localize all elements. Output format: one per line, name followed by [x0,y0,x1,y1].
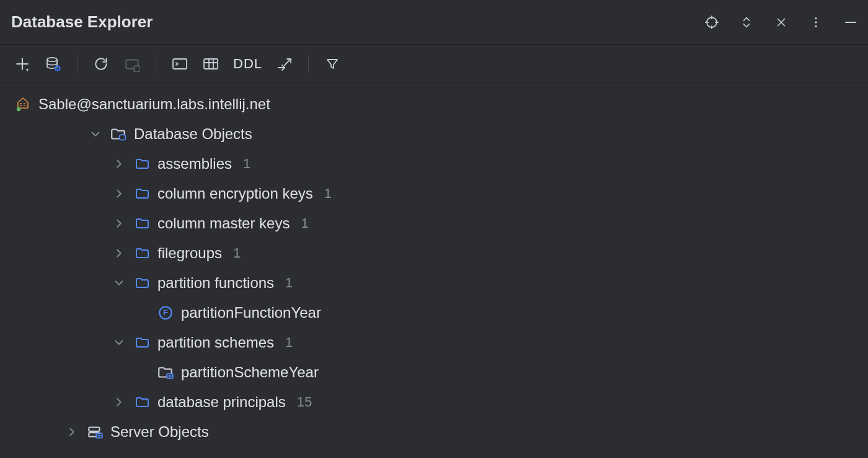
node-count: 1 [285,336,293,349]
node-label: filegroups [157,246,222,261]
chevron-right-icon [112,217,126,230]
node-label: Database Objects [134,127,252,141]
add-button[interactable] [10,52,35,76]
datasource-label: Sable@sanctuarium.labs.intellij.net [38,97,270,112]
svg-point-13 [57,68,58,69]
filegroups-node[interactable]: filegroups 1 [0,238,868,268]
toolbar-separator [156,55,156,73]
node-label: assemblies [157,156,232,171]
node-label: partitionFunctionYear [181,305,321,320]
close-icon[interactable] [773,14,790,31]
expand-collapse-icon[interactable] [738,14,755,31]
node-label: partitionSchemeYear [181,365,319,380]
datasource-node[interactable]: Sable@sanctuarium.labs.intellij.net [0,89,868,119]
chevron-down-icon [88,127,103,141]
node-count: 1 [285,276,293,290]
node-label: column master keys [157,216,290,231]
node-label: partition schemes [157,335,274,350]
folder-icon [133,156,151,171]
partition-function-year-node[interactable]: partitionFunctionYear [0,298,868,328]
table-button[interactable] [198,52,223,76]
datasource-icon [14,96,32,112]
chevron-down-icon [112,336,126,349]
chevron-right-icon [64,425,79,439]
node-count: 1 [243,157,250,171]
node-label: column encryption keys [157,186,313,201]
filter-button[interactable] [320,52,345,76]
minimize-icon[interactable] [842,14,859,31]
target-icon[interactable] [703,14,720,31]
node-label: Server Objects [110,424,209,439]
folder-database-icon [109,126,128,142]
node-label: partition functions [157,276,274,290]
console-button[interactable] [167,52,192,76]
node-label: database principals [157,395,286,410]
database-principals-node[interactable]: database principals 15 [0,387,868,417]
partition-functions-node[interactable]: partition functions 1 [0,268,868,298]
panel-title: Database Explorer [11,12,153,32]
node-count: 1 [233,246,241,260]
svg-point-11 [47,57,57,61]
jump-to-source-button[interactable] [272,52,297,76]
toolbar-separator [77,55,78,73]
node-count: 1 [301,217,308,230]
more-icon[interactable] [807,14,825,31]
folder-icon [133,216,151,231]
chevron-right-icon [112,187,126,200]
partition-schemes-node[interactable]: partition schemes 1 [0,328,868,357]
server-icon [86,424,104,440]
partition-scheme-year-node[interactable]: partitionSchemeYear [0,357,868,387]
refresh-button[interactable] [89,52,113,76]
folder-icon [133,276,151,290]
folder-scheme-icon [156,364,175,380]
toolbar: DDL [0,45,868,83]
svg-point-9 [815,21,817,23]
server-objects-node[interactable]: Server Objects [0,417,868,447]
folder-icon [133,395,151,410]
titlebar: Database Explorer [0,0,868,45]
ddl-button[interactable]: DDL [229,56,266,72]
column-encryption-keys-node[interactable]: column encryption keys 1 [0,179,868,209]
svg-rect-17 [204,59,218,69]
datasource-properties-button[interactable] [41,52,66,76]
titlebar-actions [703,14,859,31]
function-icon [156,305,175,321]
toolbar-separator [308,55,309,73]
svg-rect-15 [134,66,140,72]
database-tree: Sable@sanctuarium.labs.intellij.net Data… [0,83,868,447]
stop-button[interactable] [120,52,144,76]
folder-icon [133,246,151,261]
chevron-right-icon [112,246,126,260]
chevron-right-icon [112,157,126,171]
chevron-right-icon [112,395,126,409]
folder-icon [133,186,151,201]
assemblies-node[interactable]: assemblies 1 [0,149,868,179]
node-count: 15 [297,395,312,409]
chevron-down-icon [112,276,126,290]
folder-icon [133,335,151,350]
svg-point-10 [815,25,817,27]
node-count: 1 [324,187,332,200]
svg-rect-16 [173,59,187,69]
svg-point-18 [17,107,20,111]
column-master-keys-node[interactable]: column master keys 1 [0,209,868,238]
svg-point-8 [815,17,817,19]
database-objects-node[interactable]: Database Objects [0,119,868,149]
